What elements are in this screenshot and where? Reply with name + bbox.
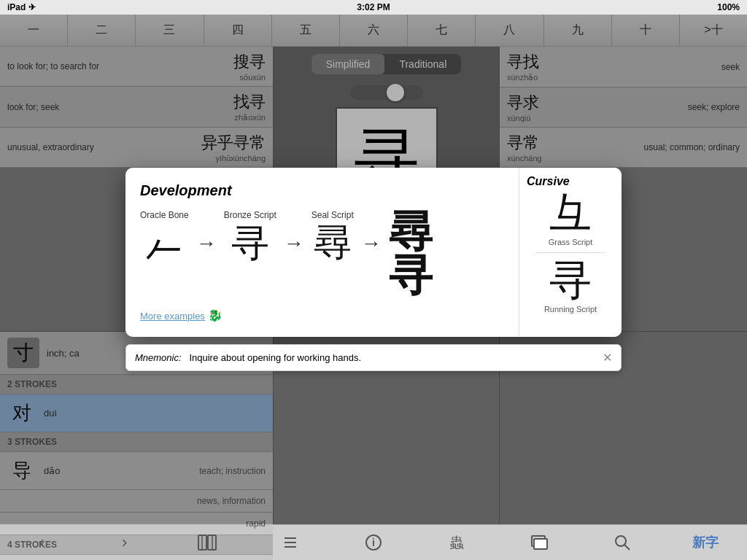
- back-button[interactable]: ‹: [20, 526, 63, 559]
- cursive-title: Cursive: [527, 175, 570, 188]
- oracle-bone-col: Oracle Bone 𠂉: [140, 210, 189, 281]
- bottom-toolbar: ‹ › i 蟲 新字: [0, 524, 747, 560]
- more-examples-row: More examples 🐉: [140, 308, 504, 322]
- running-script-char: 寻: [549, 259, 592, 301]
- mnemonic-label: Mnemonic:: [135, 352, 182, 363]
- info-button[interactable]: i: [352, 526, 395, 559]
- svg-text:𠂉: 𠂉: [142, 232, 185, 275]
- cursive-divider: [535, 252, 605, 253]
- list-button[interactable]: [268, 526, 312, 559]
- dev-modal-title: Development: [140, 182, 504, 199]
- bronze-script-label: Bronze Script: [224, 210, 276, 220]
- new-char-button[interactable]: 新字: [684, 526, 727, 559]
- bronze-script-char: 寻: [231, 224, 269, 262]
- status-right: 100%: [717, 2, 740, 12]
- running-script-label: Running Script: [544, 305, 597, 314]
- modal-overlay: Development Oracle Bone 𠂉 →: [0, 15, 747, 524]
- more-examples-icon: 🐉: [208, 309, 222, 322]
- ipad-label: iPad ✈: [7, 2, 36, 12]
- mnemonic-text: Inquire about opening for working hands.: [189, 352, 361, 363]
- svg-line-12: [624, 545, 630, 550]
- final-char-top: 尋: [389, 210, 433, 254]
- arrow-2: →: [284, 232, 304, 255]
- status-time: 3:02 PM: [357, 2, 390, 12]
- book-button[interactable]: [185, 526, 229, 559]
- arrow-3: →: [361, 232, 382, 255]
- dev-modal: Development Oracle Bone 𠂉 →: [125, 168, 519, 337]
- radical-button[interactable]: 蟲: [435, 526, 479, 559]
- grass-script-label: Grass Script: [549, 238, 593, 246]
- arrow-1: →: [196, 232, 217, 255]
- oracle-bone-label: Oracle Bone: [140, 210, 189, 220]
- status-left: iPad ✈: [7, 2, 36, 12]
- grass-script-char: 彑: [549, 192, 592, 234]
- status-bar: iPad ✈ 3:02 PM 100%: [0, 0, 747, 15]
- battery-label: 100%: [717, 2, 740, 12]
- more-examples-link[interactable]: More examples: [140, 311, 205, 322]
- svg-rect-10: [534, 539, 547, 549]
- seal-script-label: Seal Script: [311, 210, 354, 220]
- mnemonic-bar-content: Mnemonic: Inquire about opening for work…: [135, 352, 361, 363]
- seal-script-col: Seal Script 尋: [311, 210, 354, 262]
- svg-point-11: [616, 536, 626, 546]
- svg-text:i: i: [372, 537, 375, 548]
- final-char-col: 尋 寻: [389, 210, 433, 298]
- final-char-bottom: 寻: [389, 254, 433, 298]
- search-button[interactable]: [600, 526, 644, 559]
- mnemonic-close-button[interactable]: ✕: [603, 351, 612, 365]
- mnemonic-bar: Mnemonic: Inquire about opening for work…: [125, 344, 622, 371]
- layers-button[interactable]: [517, 526, 561, 559]
- cursive-panel: Cursive 彑 Grass Script 寻 Running Script: [519, 168, 622, 337]
- oracle-bone-char: 𠂉: [142, 224, 186, 281]
- bronze-script-col: Bronze Script 寻: [224, 210, 276, 262]
- seal-script-char: 尋: [314, 224, 352, 262]
- forward-button[interactable]: ›: [103, 526, 147, 559]
- dev-scripts-row: Oracle Bone 𠂉 → Bronze Script 寻: [140, 210, 504, 298]
